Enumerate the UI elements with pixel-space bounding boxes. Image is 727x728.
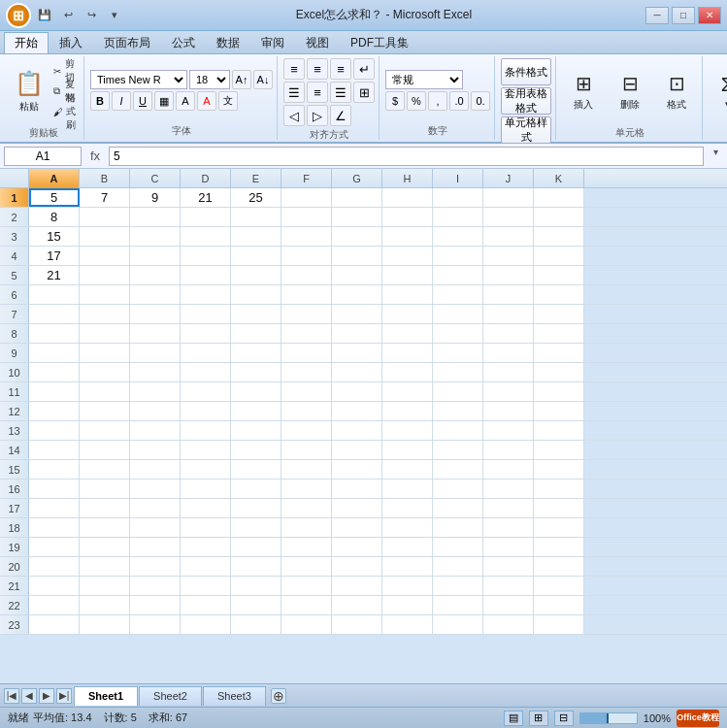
sheet-nav-first[interactable]: |◀ bbox=[4, 688, 19, 704]
cell-h21[interactable] bbox=[382, 577, 433, 595]
cell-k22[interactable] bbox=[534, 596, 584, 614]
align-top-center-button[interactable]: ≡ bbox=[307, 58, 328, 80]
cell-f2[interactable] bbox=[281, 208, 332, 226]
cell-k6[interactable] bbox=[534, 285, 584, 304]
cell-e4[interactable] bbox=[231, 247, 281, 265]
comma-button[interactable]: , bbox=[428, 91, 447, 111]
cell-d21[interactable] bbox=[181, 577, 231, 595]
align-top-left-button[interactable]: ≡ bbox=[283, 58, 305, 80]
cell-f7[interactable] bbox=[281, 305, 332, 323]
cell-d18[interactable] bbox=[181, 518, 231, 537]
cell-b14[interactable] bbox=[80, 441, 130, 459]
font-size-select[interactable]: 18 bbox=[189, 70, 230, 89]
cell-f11[interactable] bbox=[281, 382, 332, 401]
cell-c19[interactable] bbox=[130, 538, 181, 556]
cell-e5[interactable] bbox=[231, 266, 281, 284]
cell-d23[interactable] bbox=[181, 615, 231, 634]
cell-a5[interactable]: 21 bbox=[29, 266, 80, 284]
cell-a11[interactable] bbox=[29, 382, 80, 401]
cell-b7[interactable] bbox=[80, 305, 130, 323]
cell-b16[interactable] bbox=[80, 480, 130, 498]
cell-b19[interactable] bbox=[80, 538, 130, 556]
cell-j11[interactable] bbox=[483, 382, 534, 401]
cell-i10[interactable] bbox=[433, 363, 483, 381]
cell-i9[interactable] bbox=[433, 344, 483, 362]
cell-k15[interactable] bbox=[534, 460, 584, 479]
cell-e7[interactable] bbox=[231, 305, 281, 323]
underline-button[interactable]: U bbox=[133, 91, 152, 111]
decimal-increase-button[interactable]: .0 bbox=[449, 91, 469, 111]
tab-insert[interactable]: 插入 bbox=[49, 32, 93, 53]
cell-g1[interactable] bbox=[332, 188, 382, 207]
cell-i19[interactable] bbox=[433, 538, 483, 556]
col-header-a[interactable]: A bbox=[29, 169, 80, 188]
cell-f9[interactable] bbox=[281, 344, 332, 362]
cell-e9[interactable] bbox=[231, 344, 281, 362]
cell-f12[interactable] bbox=[281, 402, 332, 420]
cell-b11[interactable] bbox=[80, 382, 130, 401]
cell-g22[interactable] bbox=[332, 596, 382, 614]
cell-b21[interactable] bbox=[80, 577, 130, 595]
cell-k11[interactable] bbox=[534, 382, 584, 401]
col-header-i[interactable]: I bbox=[433, 169, 483, 188]
cell-d10[interactable] bbox=[181, 363, 231, 381]
cell-j14[interactable] bbox=[483, 441, 534, 459]
cell-e15[interactable] bbox=[231, 460, 281, 479]
cell-j2[interactable] bbox=[483, 208, 534, 226]
cell-a9[interactable] bbox=[29, 344, 80, 362]
cell-d4[interactable] bbox=[181, 247, 231, 265]
orientation-button[interactable]: ∠ bbox=[330, 105, 351, 126]
cell-d1[interactable]: 21 bbox=[181, 188, 231, 207]
sheet-tab-3[interactable]: Sheet3 bbox=[203, 686, 266, 706]
cell-e20[interactable] bbox=[231, 557, 281, 576]
cell-i8[interactable] bbox=[433, 324, 483, 343]
cell-g16[interactable] bbox=[332, 480, 382, 498]
cell-i14[interactable] bbox=[433, 441, 483, 459]
cell-e1[interactable]: 25 bbox=[231, 188, 281, 207]
cell-i7[interactable] bbox=[433, 305, 483, 323]
cell-i1[interactable] bbox=[433, 188, 483, 207]
cell-c14[interactable] bbox=[130, 441, 181, 459]
cell-e12[interactable] bbox=[231, 402, 281, 420]
cell-i15[interactable] bbox=[433, 460, 483, 479]
cell-g15[interactable] bbox=[332, 460, 382, 479]
cell-d2[interactable] bbox=[181, 208, 231, 226]
cell-d6[interactable] bbox=[181, 285, 231, 304]
cell-e22[interactable] bbox=[231, 596, 281, 614]
cell-k20[interactable] bbox=[534, 557, 584, 576]
cell-d11[interactable] bbox=[181, 382, 231, 401]
cell-e17[interactable] bbox=[231, 499, 281, 517]
cell-a19[interactable] bbox=[29, 538, 80, 556]
cell-i5[interactable] bbox=[433, 266, 483, 284]
cell-g3[interactable] bbox=[332, 227, 382, 246]
cell-b15[interactable] bbox=[80, 460, 130, 479]
grid-scroll[interactable]: 1 5 7 9 21 25 2 8 bbox=[0, 188, 727, 683]
cell-c7[interactable] bbox=[130, 305, 181, 323]
cell-g5[interactable] bbox=[332, 266, 382, 284]
cell-f8[interactable] bbox=[281, 324, 332, 343]
cell-a7[interactable] bbox=[29, 305, 80, 323]
cell-a3[interactable]: 15 bbox=[29, 227, 80, 246]
cell-a14[interactable] bbox=[29, 441, 80, 459]
number-format-select[interactable]: 常规 bbox=[385, 70, 463, 89]
cell-k9[interactable] bbox=[534, 344, 584, 362]
cell-e10[interactable] bbox=[231, 363, 281, 381]
cell-i21[interactable] bbox=[433, 577, 483, 595]
cell-j17[interactable] bbox=[483, 499, 534, 517]
font-color-button[interactable]: A bbox=[197, 91, 216, 111]
cell-j22[interactable] bbox=[483, 596, 534, 614]
cell-g17[interactable] bbox=[332, 499, 382, 517]
cell-b2[interactable] bbox=[80, 208, 130, 226]
cell-j12[interactable] bbox=[483, 402, 534, 420]
cell-h12[interactable] bbox=[382, 402, 433, 420]
sheet-nav-next[interactable]: ▶ bbox=[39, 688, 54, 704]
cell-b1[interactable]: 7 bbox=[80, 188, 130, 207]
align-right-button[interactable]: ☰ bbox=[330, 82, 351, 103]
decrease-font-button[interactable]: A↓ bbox=[253, 70, 273, 89]
cell-b20[interactable] bbox=[80, 557, 130, 576]
increase-font-button[interactable]: A↑ bbox=[232, 70, 251, 89]
col-header-d[interactable]: D bbox=[181, 169, 231, 188]
restore-button[interactable]: □ bbox=[672, 7, 695, 24]
cell-a12[interactable] bbox=[29, 402, 80, 420]
cell-f15[interactable] bbox=[281, 460, 332, 479]
